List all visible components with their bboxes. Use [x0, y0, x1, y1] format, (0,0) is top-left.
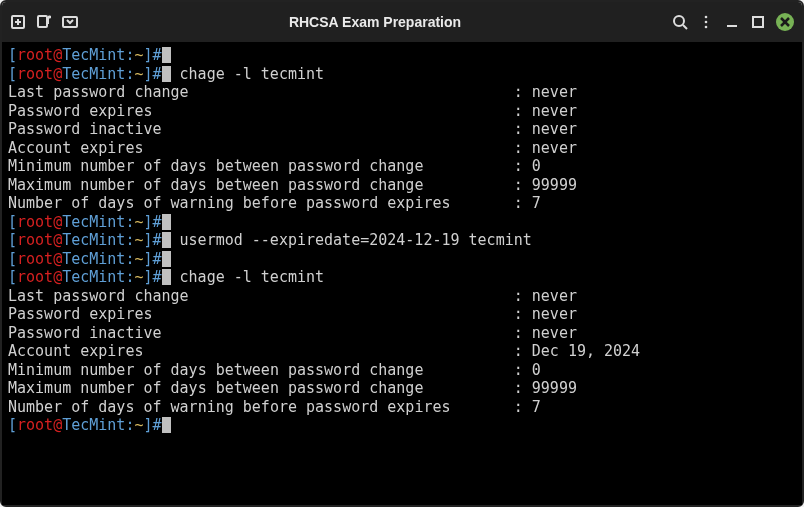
minimize-icon[interactable]: [724, 14, 740, 30]
svg-point-11: [705, 26, 708, 29]
output-line: Last password change : never: [8, 287, 796, 306]
terminal-body[interactable]: [root@TecMint:~]#[root@TecMint:~]# chage…: [2, 42, 802, 505]
svg-rect-3: [38, 16, 47, 27]
titlebar: RHCSA Exam Preparation: [2, 2, 802, 42]
output-line: Number of days of warning before passwor…: [8, 194, 796, 213]
command: usermod --expiredate=2024-12-19 tecmint: [180, 231, 532, 249]
output-line: Minimum number of days between password …: [8, 361, 796, 380]
output-line: Password expires : never: [8, 305, 796, 324]
close-button[interactable]: [776, 13, 794, 31]
output-line: Password expires : never: [8, 102, 796, 121]
svg-line-8: [683, 25, 687, 29]
prompt-line: [root@TecMint:~]# chage -l tecmint: [8, 65, 796, 84]
svg-point-9: [705, 16, 708, 19]
output-line: Maximum number of days between password …: [8, 176, 796, 195]
prompt-line: [root@TecMint:~]#: [8, 213, 796, 232]
cursor-icon: [162, 417, 171, 433]
kebab-menu-icon[interactable]: [698, 14, 714, 30]
output-line: Minimum number of days between password …: [8, 157, 796, 176]
output-line: Account expires : Dec 19, 2024: [8, 342, 796, 361]
prompt-line: [root@TecMint:~]# chage -l tecmint: [8, 268, 796, 287]
titlebar-right: [672, 13, 794, 31]
search-icon[interactable]: [672, 14, 688, 30]
cursor-icon: [162, 269, 171, 285]
prompt-line: [root@TecMint:~]#: [8, 250, 796, 269]
command: chage -l tecmint: [180, 65, 325, 83]
output-line: Password inactive : never: [8, 120, 796, 139]
command: chage -l tecmint: [180, 268, 325, 286]
cursor-icon: [162, 251, 171, 267]
output-line: Account expires : never: [8, 139, 796, 158]
new-window-icon[interactable]: [36, 14, 52, 30]
output-line: Maximum number of days between password …: [8, 379, 796, 398]
prompt-line: [root@TecMint:~]#: [8, 416, 796, 435]
menu-icon[interactable]: [62, 14, 78, 30]
new-tab-icon[interactable]: [10, 14, 26, 30]
window-title: RHCSA Exam Preparation: [78, 14, 672, 30]
output-line: Number of days of warning before passwor…: [8, 398, 796, 417]
prompt-line: [root@TecMint:~]# usermod --expiredate=2…: [8, 231, 796, 250]
svg-point-7: [674, 16, 684, 26]
cursor-icon: [162, 47, 171, 63]
cursor-icon: [162, 214, 171, 230]
prompt-line: [root@TecMint:~]#: [8, 46, 796, 65]
cursor-icon: [162, 232, 171, 248]
svg-point-10: [705, 21, 708, 24]
cursor-icon: [162, 66, 171, 82]
terminal-window: RHCSA Exam Preparation [root@TecMint:~]#…: [0, 0, 804, 507]
output-line: Password inactive : never: [8, 324, 796, 343]
maximize-icon[interactable]: [750, 14, 766, 30]
output-line: Last password change : never: [8, 83, 796, 102]
titlebar-left: [10, 14, 78, 30]
svg-rect-13: [753, 17, 763, 27]
